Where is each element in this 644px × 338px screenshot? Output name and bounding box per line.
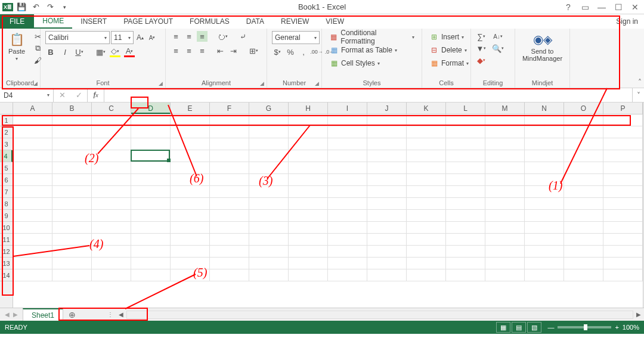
close-icon[interactable]: ✕ [628, 1, 642, 13]
format-cells-button[interactable]: ▦Format▾ [427, 57, 471, 69]
column-header-M[interactable]: M [485, 103, 525, 114]
conditional-formatting-button[interactable]: ▦Conditional Formatting▾ [327, 31, 417, 43]
cell[interactable] [328, 150, 367, 162]
cell[interactable] [446, 222, 485, 234]
cell[interactable] [525, 246, 564, 258]
cell[interactable] [289, 210, 328, 222]
cell[interactable] [249, 222, 289, 234]
cell[interactable] [52, 174, 92, 186]
cell[interactable] [446, 174, 485, 186]
cell[interactable] [171, 269, 210, 281]
merge-center-icon[interactable]: ⊞▾ [248, 45, 259, 56]
cell[interactable] [249, 198, 289, 210]
cell[interactable] [171, 126, 210, 138]
cell[interactable] [485, 246, 525, 258]
cell[interactable] [525, 198, 564, 210]
clear-icon[interactable]: ◆▾ [476, 55, 487, 66]
cell[interactable] [485, 210, 525, 222]
cell[interactable] [13, 186, 52, 198]
column-header-L[interactable]: L [446, 103, 485, 114]
cell[interactable] [367, 222, 407, 234]
cell[interactable] [485, 114, 525, 126]
cell[interactable] [564, 222, 603, 234]
font-name-combo[interactable]: Calibri▾ [45, 31, 110, 44]
scroll-right-icon[interactable]: ▶ [633, 309, 644, 320]
cell[interactable] [603, 222, 643, 234]
cell[interactable] [13, 222, 52, 234]
zoom-level[interactable]: 100% [623, 324, 639, 331]
cancel-formula-icon[interactable]: ✕ [54, 91, 70, 100]
decrease-font-icon[interactable]: A▾ [147, 32, 157, 43]
cell[interactable] [52, 269, 92, 281]
cell[interactable] [52, 234, 92, 246]
cell[interactable] [92, 162, 131, 174]
cell[interactable] [210, 269, 249, 281]
cell[interactable] [289, 258, 328, 269]
align-bottom-icon[interactable]: ≡ [197, 31, 208, 42]
cell[interactable] [171, 162, 210, 174]
horizontal-scrollbar[interactable]: ⋮ ◀ ▶ [105, 308, 644, 321]
cell[interactable] [249, 258, 289, 269]
cell[interactable] [603, 198, 643, 210]
cell[interactable] [525, 186, 564, 198]
cell[interactable] [171, 186, 210, 198]
collapse-ribbon-icon[interactable]: ˄ [638, 78, 642, 86]
cell[interactable] [171, 246, 210, 258]
format-as-table-button[interactable]: ▦Format as Table▾ [327, 44, 400, 56]
cell[interactable] [171, 234, 210, 246]
row-header-1[interactable]: 1 [0, 114, 13, 126]
cell[interactable] [289, 162, 328, 174]
borders-icon[interactable]: ▦▾ [95, 46, 106, 57]
cell[interactable] [407, 222, 446, 234]
cell[interactable] [407, 234, 446, 246]
row-header-10[interactable]: 10 [0, 222, 13, 234]
paste-button[interactable]: 📋 Paste ▾ [5, 31, 29, 63]
cell[interactable] [210, 126, 249, 138]
cell[interactable] [13, 198, 52, 210]
row-header-14[interactable]: 14 [0, 269, 13, 281]
tab-page-layout[interactable]: PAGE LAYOUT [115, 14, 181, 29]
cell[interactable] [328, 138, 367, 150]
cell[interactable] [249, 114, 289, 126]
cell-styles-button[interactable]: ▦Cell Styles▾ [327, 57, 382, 69]
cell[interactable] [210, 222, 249, 234]
cell[interactable] [603, 210, 643, 222]
cell[interactable] [446, 138, 485, 150]
cell[interactable] [564, 162, 603, 174]
cell[interactable] [210, 186, 249, 198]
cell[interactable] [289, 246, 328, 258]
percent-icon[interactable]: % [285, 46, 296, 57]
italic-icon[interactable]: I [60, 46, 70, 57]
cell[interactable] [52, 246, 92, 258]
cell[interactable] [131, 222, 171, 234]
find-select-icon[interactable]: 🔍▾ [493, 43, 503, 54]
cell[interactable] [249, 234, 289, 246]
cell[interactable] [407, 269, 446, 281]
cell[interactable] [131, 150, 171, 162]
cell[interactable] [171, 222, 210, 234]
cell[interactable] [564, 114, 603, 126]
number-format-combo[interactable]: General▾ [272, 31, 320, 44]
cell[interactable] [289, 198, 328, 210]
insert-cells-button[interactable]: ⊞Insert▾ [427, 31, 466, 43]
row-header-11[interactable]: 11 [0, 234, 13, 246]
cell[interactable] [367, 150, 407, 162]
cell[interactable] [485, 162, 525, 174]
cell[interactable] [328, 222, 367, 234]
cell[interactable] [407, 186, 446, 198]
cell[interactable] [249, 162, 289, 174]
cell[interactable] [564, 186, 603, 198]
cell[interactable] [564, 150, 603, 162]
cell[interactable] [171, 150, 210, 162]
cell[interactable] [525, 210, 564, 222]
cell[interactable] [249, 246, 289, 258]
cell[interactable] [52, 222, 92, 234]
cell[interactable] [525, 114, 564, 126]
wrap-text-icon[interactable]: ⤶ [237, 31, 248, 42]
cell[interactable] [13, 258, 52, 269]
row-header-4[interactable]: 4 [0, 150, 13, 162]
cell[interactable] [210, 114, 249, 126]
cell[interactable] [289, 138, 328, 150]
row-header-5[interactable]: 5 [0, 162, 13, 174]
cell[interactable] [525, 234, 564, 246]
